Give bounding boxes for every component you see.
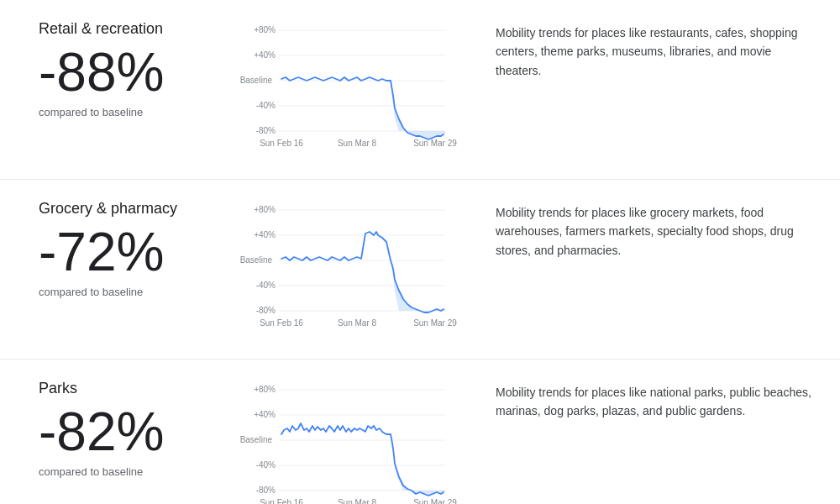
svg-text:Sun Mar 29: Sun Mar 29 [413,139,457,148]
svg-text:-80%: -80% [256,306,276,315]
parks-chart-col: +80% +40% Baseline -40% -80% Sun Feb 16 … [218,380,462,504]
svg-text:+80%: +80% [254,385,276,394]
svg-text:Sun Feb 16: Sun Feb 16 [260,318,303,328]
grocery-left: Grocery & pharmacy -72% compared to base… [0,200,218,298]
grocery-chart-col: +80% +40% Baseline -40% -80% Sun Feb 16 … [218,200,462,342]
svg-text:Sun Mar 8: Sun Mar 8 [338,139,377,148]
parks-section: Parks -82% compared to baseline +80% +40… [0,360,840,504]
parks-percentage: -82% [39,404,202,460]
svg-text:+40%: +40% [254,50,276,60]
svg-text:-80%: -80% [256,486,276,495]
retail-chart: +80% +40% Baseline -40% -80% Sun Feb 16 … [235,20,462,159]
retail-description: Mobility trends for places like restaura… [462,20,840,80]
grocery-percentage: -72% [39,224,202,281]
svg-text:Sun Mar 29: Sun Mar 29 [413,318,457,328]
grocery-chart: +80% +40% Baseline -40% -80% Sun Feb 16 … [235,200,462,339]
grocery-description: Mobility trends for places like grocery … [462,200,840,260]
grocery-section: Grocery & pharmacy -72% compared to base… [0,180,840,360]
retail-percentage: -88% [39,45,202,101]
svg-text:+80%: +80% [254,205,276,214]
svg-text:+40%: +40% [254,410,276,419]
svg-text:-40%: -40% [256,460,276,470]
svg-text:Baseline: Baseline [240,76,273,85]
retail-section: Retail & recreation -88% compared to bas… [0,0,840,180]
svg-text:Sun Feb 16: Sun Feb 16 [260,139,303,148]
grocery-title: Grocery & pharmacy [39,200,202,218]
svg-text:Baseline: Baseline [240,255,273,265]
svg-text:Sun Mar 8: Sun Mar 8 [338,318,377,328]
parks-chart: +80% +40% Baseline -40% -80% Sun Feb 16 … [235,380,462,504]
svg-text:Sun Mar 29: Sun Mar 29 [413,498,457,504]
parks-title: Parks [39,380,202,397]
retail-title: Retail & recreation [39,20,202,38]
svg-text:-40%: -40% [256,101,276,110]
retail-left: Retail & recreation -88% compared to bas… [0,20,218,118]
svg-marker-27 [391,260,445,312]
svg-text:Sun Feb 16: Sun Feb 16 [260,498,303,504]
svg-text:Baseline: Baseline [240,435,273,444]
retail-chart-col: +80% +40% Baseline -40% -80% Sun Feb 16 … [218,20,462,162]
parks-compared: compared to baseline [39,465,202,478]
parks-description: Mobility trends for places like national… [462,380,840,421]
svg-text:+40%: +40% [254,230,276,239]
retail-compared: compared to baseline [39,106,202,118]
svg-marker-13 [391,81,445,139]
svg-text:-80%: -80% [256,126,276,135]
svg-text:-40%: -40% [256,281,276,290]
svg-text:Sun Mar 8: Sun Mar 8 [338,498,377,504]
svg-text:+80%: +80% [254,25,276,34]
parks-left: Parks -82% compared to baseline [0,380,218,478]
grocery-compared: compared to baseline [39,286,202,298]
svg-marker-41 [391,434,445,496]
